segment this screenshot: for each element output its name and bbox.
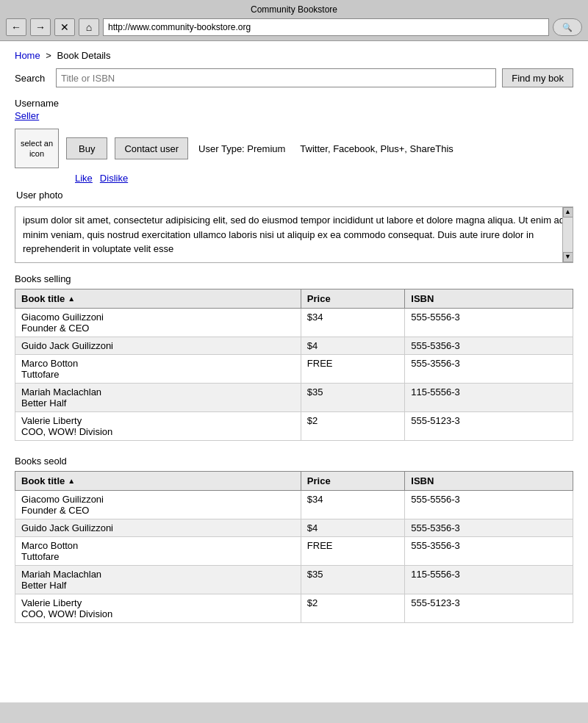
scrollbar-down[interactable]: ▼ <box>563 252 573 262</box>
social-links: Twitter, Facebook, Plus+, ShareThis <box>300 143 453 154</box>
cell-isbn: 555-3556-3 <box>405 354 573 383</box>
buy-button[interactable]: Buy <box>66 137 107 159</box>
cell-price: $35 <box>301 383 404 411</box>
sort-arrow-title[interactable]: ▲ <box>68 295 75 303</box>
cell-title: Valerie LibertyCOO, WOW! Division <box>15 411 301 440</box>
dislike-link[interactable]: Dislike <box>100 173 128 184</box>
like-dislike-row: Like Dislike <box>75 173 573 184</box>
search-input[interactable] <box>56 68 496 87</box>
cell-title: Valerie LibertyCOO, WOW! Division <box>15 594 301 622</box>
cell-title: Guido Jack Guilizzoni <box>15 337 301 354</box>
search-row: Search Find my bok <box>15 68 573 87</box>
col-price: Price <box>301 289 404 308</box>
find-button[interactable]: Find my bok <box>502 68 573 87</box>
breadcrumb: Home > Book Details <box>15 50 573 61</box>
description-text: ipsum dolor sit amet, consectetur adipis… <box>23 215 564 254</box>
table-row: Mariah MaclachlanBetter Half$35115-5556-… <box>15 383 573 411</box>
contact-user-button[interactable]: Contact user <box>115 137 188 159</box>
browser-chrome: Community Bookstore ← → ✕ ⌂ 🔍 <box>0 0 588 41</box>
browser-title: Community Bookstore <box>6 4 582 15</box>
cell-isbn: 555-5556-3 <box>405 308 573 337</box>
table-header-row: Book title ▲ Price ISBN <box>15 289 573 308</box>
cell-title: Giacomo GuilizzoniFounder & CEO <box>15 308 301 337</box>
books-seold-title: Books seold <box>15 456 573 467</box>
user-type: User Type: Premium <box>198 143 285 154</box>
icon-select-box[interactable]: select an icon <box>15 129 59 168</box>
sort-arrow-title-2[interactable]: ▲ <box>68 477 75 485</box>
forward-button[interactable]: → <box>30 18 51 36</box>
col-book-title[interactable]: Book title ▲ <box>15 289 301 308</box>
cell-isbn: 555-5123-3 <box>405 594 573 622</box>
back-button[interactable]: ← <box>6 18 26 36</box>
cell-isbn: 115-5556-3 <box>405 565 573 594</box>
cell-price: $2 <box>301 411 404 440</box>
table-row: Giacomo GuilizzoniFounder & CEO$34555-55… <box>15 308 573 337</box>
cell-title: Mariah MaclachlanBetter Half <box>15 383 301 411</box>
cell-isbn: 555-5356-3 <box>405 337 573 354</box>
col-book-title-2[interactable]: Book title ▲ <box>15 471 301 490</box>
table-row: Mariah MaclachlanBetter Half$35115-5556-… <box>15 565 573 594</box>
cell-price: $4 <box>301 337 404 354</box>
address-bar[interactable] <box>103 18 549 36</box>
cell-price: $35 <box>301 565 404 594</box>
books-selling-table: Book title ▲ Price ISBN Giacomo Guilizzo… <box>15 289 573 441</box>
user-photo-label: User photo <box>16 190 573 201</box>
col-price-2: Price <box>301 471 404 490</box>
cell-title: Marco BottonTuttofare <box>15 536 301 565</box>
browser-toolbar: ← → ✕ ⌂ 🔍 <box>6 18 582 36</box>
table-row: Marco BottonTuttofareFREE555-3556-3 <box>15 536 573 565</box>
scrollbar-up[interactable]: ▲ <box>563 207 573 217</box>
cell-isbn: 555-3556-3 <box>405 536 573 565</box>
cell-price: $34 <box>301 308 404 337</box>
cell-title: Guido Jack Guilizzoni <box>15 519 301 536</box>
cell-price: $4 <box>301 519 404 536</box>
seller-link[interactable]: Seller <box>15 110 573 121</box>
table-row: Valerie LibertyCOO, WOW! Division$2555-5… <box>15 594 573 622</box>
col-isbn: ISBN <box>405 289 573 308</box>
table-header-row-2: Book title ▲ Price ISBN <box>15 471 573 490</box>
page-content: Home > Book Details Search Find my bok U… <box>0 41 588 702</box>
like-link[interactable]: Like <box>75 173 93 184</box>
col-isbn-2: ISBN <box>405 471 573 490</box>
cell-price: $34 <box>301 490 404 519</box>
cell-title: Mariah MaclachlanBetter Half <box>15 565 301 594</box>
table-row: Giacomo GuilizzoniFounder & CEO$34555-55… <box>15 490 573 519</box>
search-label: Search <box>15 73 50 84</box>
cell-isbn: 555-5123-3 <box>405 411 573 440</box>
cell-isbn: 555-5356-3 <box>405 519 573 536</box>
breadcrumb-home[interactable]: Home <box>15 50 40 61</box>
books-seold-table: Book title ▲ Price ISBN Giacomo Guilizzo… <box>15 471 573 623</box>
table-row: Valerie LibertyCOO, WOW! Division$2555-5… <box>15 411 573 440</box>
action-row: select an icon Buy Contact user User Typ… <box>15 129 573 168</box>
cell-isbn: 115-5556-3 <box>405 383 573 411</box>
description-area: ipsum dolor sit amet, consectetur adipis… <box>15 206 573 263</box>
cell-title: Marco BottonTuttofare <box>15 354 301 383</box>
breadcrumb-current: Book Details <box>57 50 111 61</box>
table-row: Guido Jack Guilizzoni$4555-5356-3 <box>15 519 573 536</box>
home-button[interactable]: ⌂ <box>79 18 99 36</box>
table-row: Guido Jack Guilizzoni$4555-5356-3 <box>15 337 573 354</box>
table-row: Marco BottonTuttofareFREE555-3556-3 <box>15 354 573 383</box>
cell-price: FREE <box>301 536 404 565</box>
cell-price: $2 <box>301 594 404 622</box>
breadcrumb-separator: > <box>46 50 51 61</box>
books-selling-title: Books selling <box>15 273 573 284</box>
description-scrollbar[interactable]: ▲ ▼ <box>562 207 573 262</box>
close-button[interactable]: ✕ <box>54 18 75 36</box>
cell-price: FREE <box>301 354 404 383</box>
username-label: Username <box>15 98 573 109</box>
cell-isbn: 555-5556-3 <box>405 490 573 519</box>
browser-search-button[interactable]: 🔍 <box>553 18 582 36</box>
cell-title: Giacomo GuilizzoniFounder & CEO <box>15 490 301 519</box>
